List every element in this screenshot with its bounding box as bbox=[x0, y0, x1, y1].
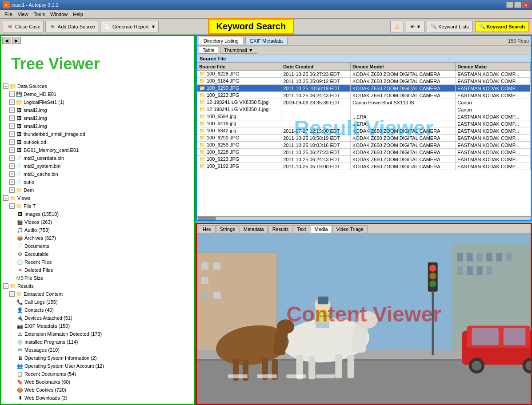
tree-item-mtd3[interactable]: + 📄 mtd3_userdata.bin bbox=[2, 154, 193, 162]
table-row[interactable]: 📁12-198241 LG VX8350 1.jpgCanon bbox=[197, 106, 531, 113]
tree-item-outlook[interactable]: + 🖼 outlook.dd bbox=[2, 138, 193, 146]
tree-item-extracted-content[interactable]: − 📁 Extracted Content bbox=[2, 290, 193, 298]
expand-small2-1[interactable]: + bbox=[9, 107, 15, 113]
tree-item-logical[interactable]: + 📁 LogicalFileSet1 (1) bbox=[2, 98, 193, 106]
tab-media[interactable]: Media bbox=[311, 225, 332, 233]
table-row[interactable]: 📁100_6290.JPG2011-10-25 10:58:19 EDTKODA… bbox=[197, 135, 531, 142]
tree-item-deleted[interactable]: ✕ Deleted Files bbox=[2, 266, 193, 274]
tree-item-os-info[interactable]: 🖥 Operating System Information (2) bbox=[2, 354, 193, 362]
result-table-scroll[interactable]: Source File Date Created Device Model De… bbox=[197, 63, 531, 216]
eye-button[interactable]: 👁 ▼ bbox=[406, 21, 425, 32]
window-controls[interactable]: ─ □ ✕ bbox=[506, 2, 529, 8]
expand-logical[interactable]: + bbox=[9, 99, 15, 105]
expand-extracted[interactable]: − bbox=[9, 291, 15, 297]
tree-item-images[interactable]: 🖼 Images (15510) bbox=[2, 210, 193, 218]
tab-hex[interactable]: Hex bbox=[199, 225, 216, 233]
expand-thunderbird[interactable]: + bbox=[9, 131, 15, 137]
menu-view[interactable]: View bbox=[15, 11, 31, 17]
expand-mtd1[interactable]: + bbox=[9, 171, 15, 177]
table-row[interactable]: 📁100_6418.jpg...ERAEASTMAN KODAK COMP... bbox=[197, 120, 531, 127]
forward-button[interactable]: ▶ bbox=[12, 37, 21, 44]
tree-item-executable[interactable]: ⚙ Executable bbox=[2, 250, 193, 258]
close-case-button[interactable]: ⊗ Close Case bbox=[3, 21, 44, 32]
tree-item-downloads[interactable]: ⬇ Web Downloads (3) bbox=[2, 394, 193, 402]
keyword-lists-button[interactable]: 🔍 Keyword Lists bbox=[427, 21, 472, 32]
tree-item-thunderbird[interactable]: + 🖼 thunderbird_small_image.dd bbox=[2, 130, 193, 138]
table-row[interactable]: 📁100_6184.JPG2011-10-25 05:09:12 EDTKODA… bbox=[197, 78, 531, 85]
expand-mtd3[interactable]: + bbox=[9, 155, 15, 161]
back-button[interactable]: ◀ bbox=[2, 37, 11, 44]
tree-item-devices[interactable]: 🔌 Devices Attached (51) bbox=[2, 314, 193, 322]
tree-item-ext-mismatch[interactable]: ⚠ Extension Mismatch Detected (173) bbox=[2, 330, 193, 338]
close-button[interactable]: ✕ bbox=[522, 2, 529, 8]
expand-mtd2[interactable]: + bbox=[9, 163, 15, 169]
tree-item-videos[interactable]: 🎬 Videos (263) bbox=[2, 218, 193, 226]
tree-item-recent-docs[interactable]: 📋 Recent Documents (54) bbox=[2, 370, 193, 378]
tree-item-call-logs[interactable]: 📞 Call Logs (155) bbox=[2, 298, 193, 306]
tree-item-small2-3[interactable]: + 🖼 small2.img bbox=[2, 122, 193, 130]
tree-item-mtd1[interactable]: + 📄 mtd1_cache.bin bbox=[2, 170, 193, 178]
expand-outlook[interactable]: + bbox=[9, 139, 15, 145]
tree-item-views[interactable]: − 📁 Views bbox=[2, 194, 193, 202]
tree-item-bookmarks[interactable]: 🔖 Web Bookmarks (60) bbox=[2, 378, 193, 386]
table-row[interactable]: 📁100_6228.JPG2011-10-25 06:27:23 EDTKODA… bbox=[197, 71, 531, 78]
menu-window[interactable]: Window bbox=[48, 11, 70, 17]
tree-item-messages[interactable]: ✉ Messages (210) bbox=[2, 346, 193, 354]
expand-small2-3[interactable]: + bbox=[9, 123, 15, 129]
tab-exif-metadata[interactable]: EXIF Metadata bbox=[245, 37, 288, 44]
tree-item-cookies[interactable]: 🍪 Web Cookies (720) bbox=[2, 386, 193, 394]
tree-item-mtd2[interactable]: + 📄 mtd2_system.bin bbox=[2, 162, 193, 170]
menu-tools[interactable]: Tools bbox=[31, 11, 48, 17]
expand-demo-hd[interactable]: + bbox=[9, 91, 15, 97]
tree-item-documents[interactable]: 📄 Documents bbox=[2, 242, 193, 250]
expand-small2-2[interactable]: + bbox=[9, 115, 15, 121]
tree-item-outlo[interactable]: + 📄 outlo bbox=[2, 178, 193, 186]
tree-item-installed[interactable]: 💿 Installed Programs (114) bbox=[2, 338, 193, 346]
report-dropdown-icon[interactable]: ▼ bbox=[151, 24, 156, 29]
h-scrollbar[interactable] bbox=[197, 216, 531, 220]
expand-outlo[interactable]: + bbox=[9, 179, 15, 185]
table-row[interactable]: 📁100_6290.JPG2011-10-25 10:58:19 EDTKODA… bbox=[197, 85, 531, 92]
tree-item-recent-files[interactable]: 🕒 Recent Files bbox=[2, 258, 193, 266]
tree-item-contacts[interactable]: 👤 Contacts (40) bbox=[2, 306, 193, 314]
tree-item-results[interactable]: − 📁 Results bbox=[2, 282, 193, 290]
generate-report-button[interactable]: 📄 Generate Report ▼ bbox=[100, 21, 159, 32]
tab-strings[interactable]: Strings bbox=[216, 225, 239, 233]
table-row[interactable]: 📁100_6259.JPG2011-10-25 10:03:16 EDTKODA… bbox=[197, 142, 531, 149]
menu-help[interactable]: Help bbox=[70, 11, 86, 17]
expand-bg01[interactable]: + bbox=[9, 147, 15, 153]
tree-item-bg01[interactable]: + 🖼 BG01_Memory_card.E01 bbox=[2, 146, 193, 154]
tree-item-exif[interactable]: 📷 EXIF Metadata (150) bbox=[2, 322, 193, 330]
table-row[interactable]: 📁100_6192.JPG2011-10-25 05:19:00 EDTKODA… bbox=[197, 163, 531, 170]
col-source-file[interactable]: Source File bbox=[197, 63, 281, 71]
expand-results[interactable]: − bbox=[3, 283, 8, 289]
table-row[interactable]: 📁100_6342.jpg2011-07-27 12:15:00 EDTKODA… bbox=[197, 127, 531, 135]
tab-thumbnail[interactable]: Thumbnail ▼ bbox=[220, 47, 257, 54]
tree-item-filesize[interactable]: MB File Size bbox=[2, 274, 193, 282]
maximize-button[interactable]: □ bbox=[514, 2, 521, 8]
table-row[interactable]: 📁12-198241 LG VX8350 5.jpg2009-09-06 23:… bbox=[197, 99, 531, 106]
tab-directory-listing[interactable]: Directory Listing bbox=[199, 37, 244, 44]
tree-item-audio[interactable]: 🎵 Audio (753) bbox=[2, 226, 193, 234]
tab-results[interactable]: Results bbox=[268, 225, 293, 233]
tree-item-small2-2[interactable]: + 🖼 small2.img bbox=[2, 114, 193, 122]
tree-item-file-t[interactable]: − 📁 File T bbox=[2, 202, 193, 210]
expand-views[interactable]: − bbox=[3, 195, 8, 201]
tab-metadata[interactable]: Metadata bbox=[240, 225, 268, 233]
minimize-button[interactable]: ─ bbox=[506, 2, 513, 8]
table-row[interactable]: 📁100_6223.JPG2011-10-25 06:24:43 EDTKODA… bbox=[197, 92, 531, 99]
menu-file[interactable]: File bbox=[2, 11, 15, 17]
add-data-source-button[interactable]: ⊕ Add Data Source bbox=[45, 21, 98, 32]
expand-file-t[interactable]: − bbox=[9, 203, 15, 209]
tree-item-os-user[interactable]: 👥 Operating System User Account (12) bbox=[2, 362, 193, 370]
expand-demo[interactable]: + bbox=[9, 187, 15, 193]
table-row[interactable]: 📁100_6223.JPG2011-10-25 06:24:43 EDTKODA… bbox=[197, 156, 531, 163]
tree-item-demo[interactable]: + 📁 Dem bbox=[2, 186, 193, 194]
tree-item-web-history[interactable]: 🕐 Web History (63) bbox=[2, 402, 193, 404]
tree-item-demo-hd[interactable]: + 💾 Demo_HD.E01 bbox=[2, 90, 193, 98]
tree-item-archives[interactable]: 📦 Archives (827) bbox=[2, 234, 193, 242]
col-date-created[interactable]: Date Created bbox=[281, 63, 351, 71]
keyword-search-button[interactable]: 🔍 Keyword Search bbox=[475, 21, 529, 32]
tree-item-small2-1[interactable]: + 🖼 small2.img bbox=[2, 106, 193, 114]
table-row[interactable]: 📁100_6228.JPG2011-10-25 06:27:23 EDTKODA… bbox=[197, 149, 531, 156]
